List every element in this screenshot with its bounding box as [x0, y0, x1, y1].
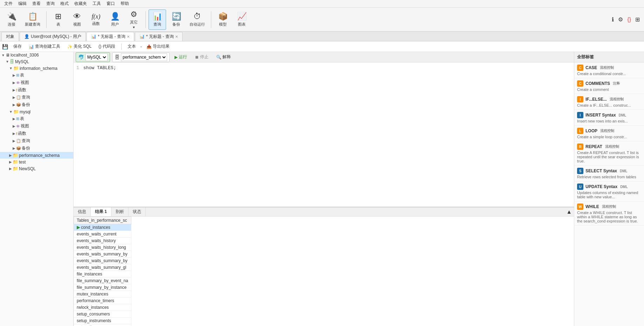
sidebar-perf-schema[interactable]: ▶ 📁 performance_schema: [0, 152, 73, 159]
run-button[interactable]: ▶ 运行: [172, 53, 190, 61]
sidebar-info-views[interactable]: ▶ 👁 视图: [0, 79, 73, 86]
table-row[interactable]: events_waits_history: [74, 238, 131, 244]
code-editor[interactable]: 1 show TABLES;: [74, 62, 574, 207]
sidebar-mysqldb[interactable]: ▼ 📁 mysql: [0, 108, 73, 115]
tab-objects[interactable]: 对象: [1, 32, 19, 41]
tab-query1-close[interactable]: ✕: [127, 35, 130, 39]
code-snippet-button[interactable]: () 代码段: [96, 42, 117, 51]
table-button[interactable]: ⊞ 表: [49, 9, 67, 30]
tab-query1[interactable]: 📊 * 无标题 - 查询 ✕: [87, 32, 134, 41]
table-row[interactable]: events_waits_summary_by: [74, 258, 131, 264]
model-button[interactable]: 📦 模型: [214, 9, 232, 30]
menu-view[interactable]: 查看: [29, 0, 43, 7]
snippet-loop[interactable]: L LOOP 流程控制 Create a simple loop constr.…: [574, 126, 644, 141]
stop-button[interactable]: ⏹ 停止: [192, 53, 211, 61]
sidebar-info-schema[interactable]: ▼ 📁 information_schema: [0, 65, 73, 72]
tab-query2-close[interactable]: ✕: [175, 35, 178, 39]
query-button[interactable]: 📊 查询: [149, 9, 166, 30]
function-button[interactable]: f(x) 函数: [87, 9, 105, 30]
table-row[interactable]: performance_timers: [74, 298, 131, 304]
text-button[interactable]: 文本: [125, 42, 138, 51]
database-select[interactable]: performance_schem: [121, 53, 167, 61]
save-button[interactable]: 保存: [11, 42, 24, 51]
table-row[interactable]: setup_consumers: [74, 311, 131, 318]
grid-icon[interactable]: ⊞: [634, 15, 641, 24]
sidebar-info-tables[interactable]: ▶ ⊞ 表: [0, 72, 73, 79]
sidebar-root[interactable]: ▼ 🖥 localhost_3306: [0, 52, 73, 58]
scroll-up-button[interactable]: ▲: [564, 208, 574, 216]
table-row[interactable]: setup_instruments: [74, 318, 131, 324]
connect-button[interactable]: 🔌 连接: [3, 9, 20, 30]
explain-button[interactable]: 🔍 解释: [213, 53, 234, 61]
tab-profile[interactable]: 剖析: [111, 207, 129, 216]
export-button[interactable]: 📤 导出结果: [144, 42, 172, 51]
snippet-update[interactable]: U UPDATE Syntax DML Updates columns of e…: [574, 181, 644, 201]
tab-info[interactable]: 信息: [74, 207, 91, 216]
snippet-comments[interactable]: C COMMENTS 注释 Create a comment: [574, 78, 644, 94]
table-row[interactable]: file_instances: [74, 271, 131, 278]
menu-file[interactable]: 文件: [1, 0, 15, 7]
menu-help[interactable]: 帮助: [118, 0, 132, 7]
menu-tools[interactable]: 工具: [90, 0, 104, 7]
table-row[interactable]: file_summary_by_event_na: [74, 278, 131, 284]
table-row[interactable]: events_waits_current: [74, 231, 131, 238]
new-query-button[interactable]: 📋 新建查询: [22, 9, 43, 30]
query-label: 查询: [153, 22, 161, 27]
sidebar-test[interactable]: ▶ 📁 test: [0, 159, 73, 165]
sidebar-info-queries[interactable]: ▶ 📋 查询: [0, 94, 73, 101]
auto-run-button[interactable]: ⏱ 自动运行: [186, 9, 208, 30]
snippet-select[interactable]: S SELECT Syntax DML Retrieve rows select…: [574, 166, 644, 181]
sidebar-info-funcs[interactable]: ▶ f 函数: [0, 86, 73, 94]
menu-query[interactable]: 查询: [43, 0, 57, 7]
user-button[interactable]: 👤 用户: [106, 9, 124, 30]
sidebar-newsql[interactable]: ▶ 📁 NewSQL: [0, 165, 73, 172]
sidebar-mysql-tables[interactable]: ▶ ⊞ 表: [0, 115, 73, 122]
row-arrow: ▶: [77, 225, 81, 230]
tab-status[interactable]: 状态: [129, 207, 146, 216]
table-row[interactable]: ▶ cond_instances: [74, 224, 131, 231]
snippet-while[interactable]: W WHILE 流程控制 Create a WHILE construct. T…: [574, 201, 644, 226]
beautify-button[interactable]: ✨ 美化 SQL: [65, 42, 94, 51]
table-row[interactable]: rwlock_instances: [74, 304, 131, 311]
test-label: test: [19, 160, 26, 165]
table-row[interactable]: setup_timers: [74, 324, 131, 326]
sidebar-mysql-queries[interactable]: ▶ 📋 查询: [0, 137, 73, 145]
info-tables-label: 表: [20, 72, 24, 78]
info-icon[interactable]: ℹ: [610, 15, 615, 24]
table-cell: events_waits_current: [74, 231, 131, 238]
view-button[interactable]: 👁 视图: [68, 9, 86, 30]
info-funcs-label: 函数: [18, 87, 26, 93]
tab-result[interactable]: 结果 1: [91, 207, 111, 216]
table-row[interactable]: events_waits_summary_gl: [74, 264, 131, 271]
query-creator-button[interactable]: 📊 查询创建工具: [26, 42, 63, 51]
backup-button[interactable]: 🔄 备份: [167, 9, 185, 30]
sidebar-mysql-backups[interactable]: ▶ 📦 备份: [0, 145, 73, 152]
menu-window[interactable]: 窗口: [104, 0, 118, 7]
right-panel-header: 全部标签: [574, 52, 644, 62]
sidebar-info-backups[interactable]: ▶ 📦 备份: [0, 101, 73, 108]
dialect-select[interactable]: MySQL: [85, 53, 108, 61]
menu-favorites[interactable]: 收藏夹: [71, 0, 90, 7]
menu-edit[interactable]: 编辑: [15, 0, 29, 7]
chart-button[interactable]: 📈 图表: [233, 9, 251, 30]
sidebar-mysql-views[interactable]: ▶ 👁 视图: [0, 122, 73, 130]
snippet-case[interactable]: C CASE 流程控制 Create a conditional constr.…: [574, 62, 644, 78]
table-row[interactable]: file_summary_by_instance: [74, 284, 131, 291]
other-button[interactable]: ⚙ 其它 ▼: [125, 9, 143, 30]
sidebar-mysql[interactable]: ▼ 🗄 MySQL: [0, 58, 73, 65]
mysql-queries-label: 查询: [22, 138, 30, 144]
mysql-label: MySQL: [15, 59, 29, 64]
settings-icon[interactable]: ⚙: [617, 15, 624, 24]
menu-format[interactable]: 格式: [57, 0, 71, 7]
bracket-icon[interactable]: {}: [626, 15, 632, 24]
snippet-insert[interactable]: I INSERT Syntax DML Insert new rows into…: [574, 110, 644, 126]
sidebar-mysql-funcs[interactable]: ▶ f 函数: [0, 130, 73, 137]
table-row[interactable]: events_waits_history_long: [74, 244, 131, 251]
code-content: show TABLES;: [83, 65, 116, 71]
snippet-repeat[interactable]: R REPEAT 流程控制 Create A REPEAT construct.…: [574, 141, 644, 166]
tab-query2[interactable]: 📊 * 无标题 - 查询 ✕: [135, 32, 183, 41]
tab-user[interactable]: 👤 User@root (MySQL) - 用户: [20, 32, 86, 41]
table-row[interactable]: events_waits_summary_by: [74, 251, 131, 258]
table-row[interactable]: mutex_instances: [74, 291, 131, 298]
snippet-ifelse[interactable]: I IF...ELSE... 流程控制 Create a IF...ELSE..…: [574, 94, 644, 110]
